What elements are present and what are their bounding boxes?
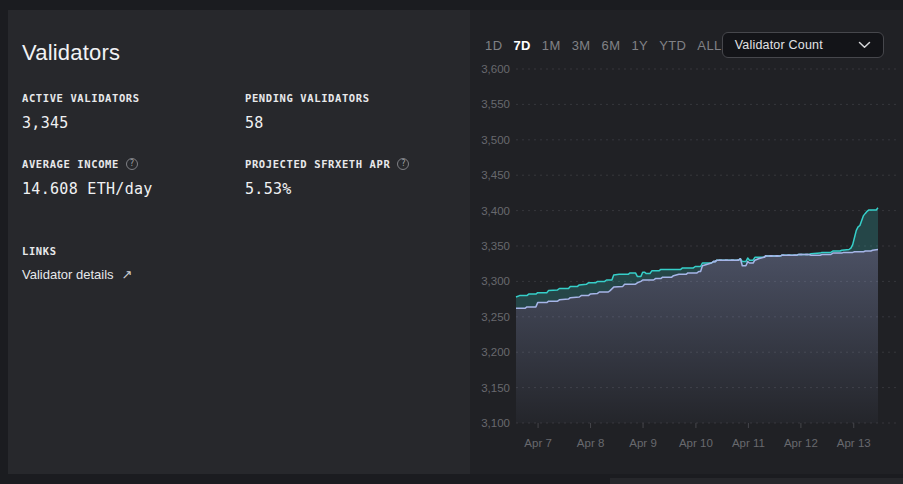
stat-pending-validators: PENDING VALIDATORS 58 [245,91,456,132]
stat-projected-sfrxeth-apr: PROJECTED SFRXETH APR ? 5.53% [245,157,456,198]
validator-count-chart[interactable]: 3,6003,5503,5003,4503,4003,3503,3003,250… [470,10,903,474]
range-button-all[interactable]: ALL [697,38,721,53]
range-button-6m[interactable]: 6M [602,38,621,53]
x-axis-label: Apr 10 [679,437,713,449]
metric-select-value: Validator Count [735,38,823,52]
y-axis-label: 3,300 [481,275,510,287]
help-icon[interactable]: ? [126,158,138,170]
y-axis-label: 3,350 [481,240,510,252]
stat-average-income: AVERAGE INCOME ? 14.608 ETH/day [22,157,245,198]
time-range-selector: 1D7D1M3M6M1YYTDALL [485,38,722,53]
range-button-7d[interactable]: 7D [513,38,530,53]
external-link-icon: ↗ [122,267,133,282]
x-axis-label: Apr 11 [732,437,765,449]
y-axis-label: 3,450 [481,169,510,181]
y-axis-label: 3,600 [481,63,510,75]
stat-value: 58 [245,114,456,132]
stat-value: 5.53% [245,180,456,198]
stat-label: PENDING VALIDATORS [245,92,370,104]
stat-label: AVERAGE INCOME [22,158,119,170]
y-axis-label: 3,400 [481,205,510,217]
metric-select[interactable]: Validator Count [722,32,884,58]
chevron-down-icon [858,41,871,49]
blue-series-area [516,250,878,424]
validators-card: Validators ACTIVE VALIDATORS 3,345 PENDI… [8,10,903,474]
links-label: LINKS [22,245,57,257]
page-title: Validators [22,40,456,66]
range-button-1d[interactable]: 1D [485,38,502,53]
links-section: LINKS Validator details ↗ [22,244,456,282]
y-axis-label: 3,100 [481,417,510,429]
x-axis-label: Apr 7 [524,437,552,449]
x-axis-label: Apr 9 [629,437,657,449]
validator-chart-panel: 1D7D1M3M6M1YYTDALL Validator Count 3,600… [470,10,903,474]
validators-stats-panel: Validators ACTIVE VALIDATORS 3,345 PENDI… [8,10,470,474]
x-axis-label: Apr 8 [577,437,605,449]
y-axis-label: 3,200 [481,346,510,358]
y-axis-label: 3,500 [481,134,510,146]
y-axis-label: 3,550 [481,98,510,110]
y-axis-label: 3,250 [481,311,510,323]
stats-grid: ACTIVE VALIDATORS 3,345 PENDING VALIDATO… [22,91,456,198]
range-button-1m[interactable]: 1M [542,38,561,53]
stat-value: 14.608 ETH/day [22,180,245,198]
y-axis-label: 3,150 [481,382,510,394]
x-axis-label: Apr 12 [784,437,818,449]
next-card-edge [610,478,903,484]
x-axis-label: Apr 13 [837,437,871,449]
stat-label: ACTIVE VALIDATORS [22,92,140,104]
chart-header: 1D7D1M3M6M1YYTDALL Validator Count [485,32,884,58]
range-button-ytd[interactable]: YTD [659,38,686,53]
range-button-1y[interactable]: 1Y [631,38,648,53]
range-button-3m[interactable]: 3M [572,38,591,53]
validator-details-link[interactable]: Validator details ↗ [22,267,456,282]
stat-active-validators: ACTIVE VALIDATORS 3,345 [22,91,245,132]
stat-value: 3,345 [22,114,245,132]
link-text: Validator details [22,267,114,282]
help-icon[interactable]: ? [397,158,409,170]
stat-label: PROJECTED SFRXETH APR [245,158,390,170]
